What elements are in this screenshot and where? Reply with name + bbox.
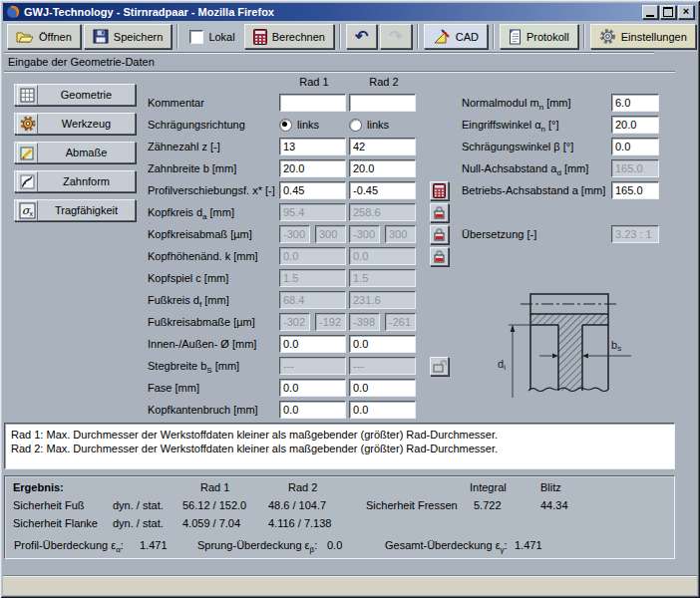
kopfkreis-lock-button[interactable] [430,203,449,222]
kommentar-rad1-input[interactable] [279,94,346,112]
open-button[interactable]: Öffnen [7,24,81,49]
save-button[interactable]: Speichern [84,24,173,49]
open-folder-icon [16,29,34,44]
firefox-icon [6,5,20,19]
fusskreisabmasse-rad2-upper-input [385,313,416,331]
result-flanke-rad2: 4.116 / 7.138 [268,517,331,529]
zahnbreite-rad1-input[interactable] [279,159,346,177]
zahnbreite-rad2-input[interactable] [349,159,416,177]
form-row-eingriffswinkel: Eingriffswinkel αn [°] [462,114,659,136]
bs-dimension-label: bs [611,339,621,353]
eingriffswinkel-input[interactable] [611,116,659,134]
betriebs-achsabstand-input[interactable] [611,181,659,199]
protocol-button[interactable]: Protokoll [500,24,578,49]
kopfkreisabmass-rad1-upper-input [315,225,346,243]
undo-icon: ↶ [355,29,368,45]
stegbreite-rad1-input [279,357,346,375]
cad-button-label: CAD [456,31,479,43]
settings-button[interactable]: Einstellungen [590,24,696,49]
form-row-kommentar: Kommentar [148,92,449,114]
kopfkreisabmass-rad2-upper-input [385,225,416,243]
sidebar-item-geometrie[interactable]: Geometrie [14,84,136,106]
kopfhoehe-lock-button[interactable] [430,247,449,266]
form-row-normalmodul: Normalmodul mn [mm] [462,92,659,114]
rad1-links-radio[interactable] [279,119,292,132]
rad2-links-label: links [367,119,389,131]
field-label: Betriebs-Achsabstand a [mm] [462,184,611,196]
fase-rad1-input[interactable] [279,379,346,397]
profilverschiebung-calculator-button[interactable] [430,181,449,200]
sidebar-item-abmasse[interactable]: Abmaße [14,142,136,163]
kommentar-rad2-input[interactable] [349,94,416,112]
profilverschiebung-rad2-input[interactable] [349,181,416,199]
result-flanke-rad1: 4.059 / 7.04 [182,517,240,529]
form-row-stegbreite: Stegbreite bS [mm] [148,355,449,377]
uebersetzung-input [611,225,659,243]
lokal-checkbox[interactable] [189,30,203,44]
zaehnezahl-rad1-input[interactable] [279,138,346,155]
sidebar-item-label: Tragfähigkeit [40,204,133,216]
close-button[interactable]: × [678,5,694,19]
maximize-button[interactable] [660,5,676,19]
global-parameters-form: Normalmodul mn [mm] Eingriffswinkel αn [… [462,92,659,245]
schraegungswinkel-input[interactable] [611,138,659,155]
field-label: Kommentar [148,97,279,109]
form-row-fase: Fase [mm] [148,377,449,399]
field-label: Fußkreis df [mm] [148,294,279,306]
titlebar[interactable]: GWJ-Technology - Stirnradpaar - Mozilla … [3,3,697,21]
undo-button[interactable]: ↶ [346,24,377,49]
kopfkreisabmass-rad2-lower-input [349,225,380,243]
calculate-button-label: Berechnen [272,31,325,43]
field-label: Kopfkreis da [mm] [148,206,279,218]
fusskreisabmasse-rad1-lower-input [279,313,310,331]
kopfkreisabmass-lock-button[interactable] [430,225,449,244]
results-col-blitz: Blitz [540,481,561,493]
minimize-button[interactable] [642,5,658,19]
normalmodul-input[interactable] [611,94,659,112]
maximize-icon [663,7,673,17]
status-bar [3,577,697,595]
zaehnezahl-rad2-input[interactable] [349,138,416,155]
field-label: Kopfkreisabmaß [µm] [148,228,279,240]
form-row-kopfkantenbruch: Kopfkantenbruch [mm] [148,399,449,421]
profilverschiebung-rad1-input[interactable] [279,181,346,199]
sidebar-item-zahnform[interactable]: Zahnform [14,170,136,192]
field-label: Zahnbreite b [mm] [148,162,279,174]
sidebar-item-tragfaehigkeit[interactable]: σ x Tragfähigkeit [14,199,136,221]
form-row-innen-aussen-durchmesser: Innen-/Außen- Ø [mm] [148,333,449,355]
innendurchmesser-rad2-input[interactable] [349,335,416,353]
calculate-button[interactable]: Berechnen [244,24,334,49]
field-label: Null-Achsabstand ad [mm] [462,162,611,174]
toolbar-separator [339,24,341,49]
kopfkantenbruch-rad1-input[interactable] [279,401,346,419]
toolbar: Öffnen Speichern Lokal [3,21,697,52]
abmasse-icon [20,146,35,160]
form-row-fusskreisabmasse: Fußkreisabmaße [µm] [148,311,449,333]
rad2-links-radio[interactable] [349,119,362,132]
field-label: Kopfkantenbruch [mm] [148,404,279,416]
field-label: Schrägungsrichtung [148,119,279,131]
redo-button: ↷ [380,24,411,49]
sidebar-item-werkzeug[interactable]: Werkzeug [14,113,136,135]
field-label: Stegbreite bS [mm] [148,360,279,372]
results-col-integral: Integral [470,481,507,493]
cad-button[interactable]: CAD [424,24,488,49]
stegbreite-lock-button[interactable] [430,357,449,376]
settings-icon [599,28,616,45]
cad-icon [433,29,451,45]
result-gesamt-ueberdeckung-value: 1.471 [515,539,542,551]
kopfkreis-rad2-input [349,203,416,221]
fase-rad2-input[interactable] [349,379,416,397]
toolbar-separator [493,24,495,49]
form-row-schraegungsrichtung: Schrägungsrichtung links links [148,114,449,136]
field-label: Kopfspiel c [mm] [148,272,279,284]
kopfkantenbruch-rad2-input[interactable] [349,401,416,419]
field-label: Profilverschiebungsf. x* [-] [148,184,279,196]
innendurchmesser-rad1-input[interactable] [279,335,346,353]
kopfhoehe-rad1-input [279,247,346,265]
sidebar-item-label: Werkzeug [40,118,133,130]
result-fuss-label: Sicherheit Fuß [13,499,85,511]
form-row-schraegungswinkel: Schrägungswinkel β [°] [462,136,659,157]
field-label: Innen-/Außen- Ø [mm] [148,338,279,350]
form-row-kopfkreisabmass: Kopfkreisabmaß [µm] [148,223,449,245]
